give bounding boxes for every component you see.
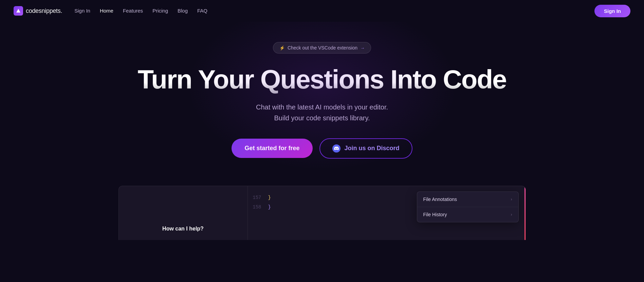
- discord-logo-icon: [332, 144, 341, 153]
- line-num-158: 158: [248, 204, 268, 210]
- nav-item-home[interactable]: Home: [100, 8, 113, 14]
- nav-link-signin[interactable]: Sign In: [74, 8, 90, 14]
- navbar: codesnippets. Sign In Home Features Pric…: [0, 0, 644, 22]
- hero-actions: Get started for free Join us on Discord: [232, 138, 412, 159]
- hero-subtitle: Chat with the latest AI models in your e…: [256, 102, 388, 123]
- discord-label: Join us on Discord: [345, 145, 400, 152]
- nav-link-pricing[interactable]: Pricing: [152, 8, 168, 14]
- get-started-button[interactable]: Get started for free: [232, 139, 312, 158]
- editor-prompt: How can I help?: [127, 226, 239, 232]
- editor-code-area: 157 } 158 }: [248, 186, 387, 240]
- arrow-icon: →: [360, 45, 365, 51]
- nav-item-blog[interactable]: Blog: [178, 8, 188, 14]
- nav-link-faq[interactable]: FAQ: [197, 8, 207, 14]
- context-file-history[interactable]: File History ›: [417, 207, 518, 222]
- vscode-badge[interactable]: ⚡ Check out the VSCode extension →: [273, 42, 371, 54]
- context-file-annotations[interactable]: File Annotations ›: [417, 192, 518, 207]
- context-item-label-annotations: File Annotations: [423, 197, 457, 202]
- editor-sidebar: How can I help?: [119, 186, 248, 240]
- logo[interactable]: codesnippets.: [14, 6, 62, 16]
- line-content-157: }: [268, 195, 271, 200]
- nav-item-pricing[interactable]: Pricing: [152, 8, 168, 14]
- code-line-157: 157 }: [248, 193, 387, 202]
- discord-button[interactable]: Join us on Discord: [319, 138, 412, 159]
- subtitle-line2: Build your code snippets library.: [274, 114, 370, 122]
- discord-svg: [334, 146, 339, 150]
- nav-item-features[interactable]: Features: [123, 8, 143, 14]
- badge-text: Check out the VSCode extension: [288, 45, 357, 51]
- nav-link-blog[interactable]: Blog: [178, 8, 188, 14]
- line-num-157: 157: [248, 195, 268, 200]
- subtitle-line1: Chat with the latest AI models in your e…: [256, 103, 388, 111]
- code-line-158: 158 }: [248, 202, 387, 212]
- sign-in-button[interactable]: Sign In: [594, 5, 630, 17]
- logo-text: codesnippets.: [26, 7, 62, 15]
- context-menu: File Annotations › File History ›: [417, 192, 519, 222]
- bolt-icon: ⚡: [279, 45, 285, 51]
- chevron-right-icon-annotations: ›: [511, 197, 512, 202]
- nav-links: Sign In Home Features Pricing Blog FAQ: [74, 8, 207, 14]
- nav-item-faq[interactable]: FAQ: [197, 8, 207, 14]
- logo-icon: [14, 6, 23, 16]
- line-numbers: 157 } 158 }: [248, 186, 387, 219]
- hero-title: Turn Your Questions Into Code: [138, 66, 507, 94]
- nav-left: codesnippets. Sign In Home Features Pric…: [14, 6, 207, 16]
- line-content-158: }: [268, 204, 271, 210]
- svg-marker-0: [16, 9, 20, 13]
- hero-section: ⚡ Check out the VSCode extension → Turn …: [0, 22, 644, 240]
- pink-accent-border: [525, 186, 526, 240]
- logo-triangle-icon: [16, 8, 21, 14]
- chevron-right-icon-history: ›: [511, 212, 512, 217]
- editor-right-panel: File Annotations › File History ›: [387, 186, 526, 240]
- nav-item-signin[interactable]: Sign In: [74, 8, 90, 14]
- nav-link-home[interactable]: Home: [100, 8, 113, 14]
- context-item-label-history: File History: [423, 212, 447, 217]
- editor-preview: How can I help? 157 } 158 } File Annotat…: [118, 186, 526, 240]
- nav-link-features[interactable]: Features: [123, 8, 143, 14]
